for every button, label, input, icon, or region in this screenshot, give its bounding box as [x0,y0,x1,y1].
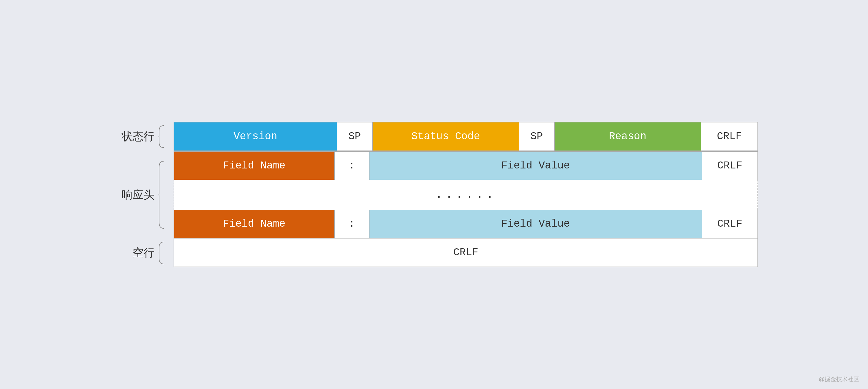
crlf-cell-header1: CRLF [702,152,757,180]
watermark: @掘金技术社区 [819,376,859,383]
colon-cell-1: : [335,152,370,180]
page-wrapper: 状态行 Version SP Status Code SP Reason CRL… [87,104,781,285]
colon-cell-2: : [335,210,370,238]
reason-cell: Reason [555,122,701,150]
response-header-brace-icon [158,160,165,230]
empty-line-section: 空行 CRLF [174,239,758,267]
empty-brace-icon [158,241,165,265]
response-header-label-area: 响应头 [110,151,165,239]
header-row-2: Field Name : Field Value CRLF [174,210,758,239]
response-header-label: 响应头 [122,187,155,202]
response-header-section: 响应头 Field Name : Field Value CRLF ...... [174,151,758,239]
crlf-cell-header2: CRLF [702,210,757,238]
version-cell: Version [174,122,337,150]
status-brace-icon [158,125,165,148]
status-line-row: Version SP Status Code SP Reason CRLF [174,122,758,151]
status-code-cell: Status Code [373,122,519,150]
status-line-label: 状态行 [122,129,155,144]
diagram-outer: 状态行 Version SP Status Code SP Reason CRL… [110,122,758,267]
field-value-cell-1: Field Value [370,152,702,180]
status-line-label-area: 状态行 [110,122,165,151]
field-value-cell-2: Field Value [370,210,702,238]
empty-line-label: 空行 [132,245,155,260]
crlf-cell-status: CRLF [701,122,757,150]
empty-line-label-area: 空行 [110,239,165,267]
crlf-cell-empty: CRLF [174,239,757,267]
header-row-1: Field Name : Field Value CRLF [174,151,758,180]
status-line-section: 状态行 Version SP Status Code SP Reason CRL… [174,122,758,151]
dots-text: ...... [435,188,496,202]
field-name-cell-2: Field Name [174,210,335,238]
field-name-cell-1: Field Name [174,152,335,180]
sp1-cell: SP [337,122,373,150]
dots-row: ...... [174,180,758,210]
empty-line-row: CRLF [174,239,758,267]
sp2-cell: SP [519,122,555,150]
